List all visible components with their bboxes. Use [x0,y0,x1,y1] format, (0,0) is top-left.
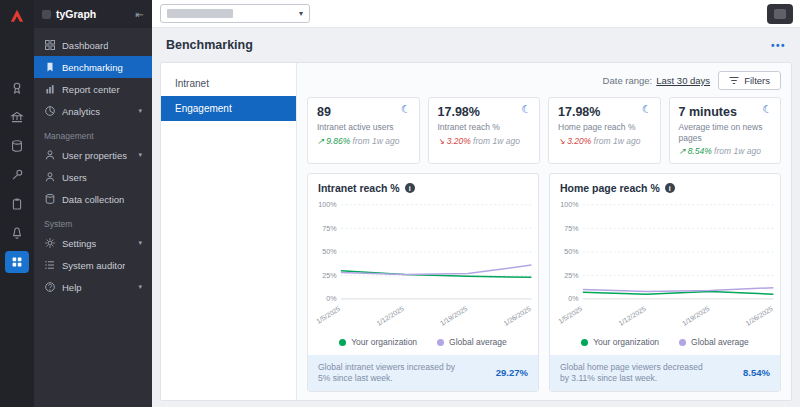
clipboard-icon[interactable] [5,193,29,215]
tab-intranet[interactable]: Intranet [161,71,296,96]
svg-text:0%: 0% [326,296,337,304]
sidebar-item-data-collection[interactable]: Data collection [34,188,152,210]
users-icon [44,171,56,183]
chart-legend: Your organization Global average [308,336,538,354]
medal-icon[interactable] [5,77,29,99]
svg-text:100%: 100% [560,202,579,210]
filter-icon [729,76,739,85]
info-icon[interactable]: i [405,183,415,193]
chart-legend: Your organization Global average [550,336,780,354]
sidebar-item-label: Users [62,172,87,183]
trend-down-icon: ↘ [558,136,565,146]
svg-text:75%: 75% [322,225,337,233]
sidebar-item-label: Analytics [62,106,100,117]
wrench-icon[interactable] [5,164,29,186]
filters-button[interactable]: Filters [718,71,781,90]
svg-text:0%: 0% [568,296,579,304]
more-menu-button[interactable]: ••• [771,40,786,51]
sidebar-section-management: Management [34,122,152,144]
svg-text:100%: 100% [318,202,337,210]
profile-avatar [774,9,786,19]
kpi-value: 7 minutes [679,105,772,119]
main-area: ▾ Benchmarking ••• Intranet Engagement D… [152,0,800,407]
kpi-label: Average time on news pages [679,122,772,143]
trend-up-icon: ↗ [317,136,324,146]
sidebar-item-label: Settings [62,238,96,249]
legend-global-average: Global average [679,337,749,347]
sidebar-item-help[interactable]: Help ▾ [34,276,152,298]
chart-title: Intranet reach % [318,182,400,194]
chart-header: Intranet reach % i [308,174,538,196]
info-icon[interactable]: i [665,183,675,193]
date-range-link[interactable]: Last 30 days [656,75,710,86]
kpi-value: 17.98% [438,105,531,119]
apps-grid-icon[interactable] [5,251,29,273]
dashboard-icon [44,39,56,51]
svg-text:25%: 25% [564,272,579,280]
subnav: Intranet Engagement [161,63,297,400]
tygraph-logo-icon [42,10,51,19]
kpi-row: ☾ 89 Intranet active users ↗9.86% from 1… [307,97,781,164]
sidebar: tyGraph ⇤ Dashboard Benchmarking Report … [34,0,152,407]
sidebar-item-label: Help [62,282,82,293]
svg-text:25%: 25% [322,272,337,280]
collapse-sidebar-icon[interactable]: ⇤ [136,9,144,20]
chart-footer-value: 8.54% [743,367,770,378]
profile-button[interactable] [767,4,793,24]
legend-global-average: Global average [437,337,507,347]
chevron-down-icon: ▾ [299,9,303,18]
sidebar-item-dashboard[interactable]: Dashboard [34,34,152,56]
chart-footer-note: Global home page viewers decreased by 3.… [560,362,711,384]
legend-your-organization: Your organization [581,337,659,347]
sidebar-item-label: User properties [62,150,127,161]
svg-text:1/26/2025: 1/26/2025 [502,305,532,327]
page-header: Benchmarking ••• [152,28,800,62]
chevron-down-icon: ▾ [138,151,142,159]
kpi-label: Intranet reach % [438,122,531,133]
chart-footer: Global home page viewers decreased by 3.… [550,355,780,391]
kpi-trend: ↘3.20% from 1w ago [438,136,531,146]
organization-dropdown[interactable]: ▾ [160,4,310,23]
pie-chart-icon [44,105,56,117]
bell-icon[interactable] [5,222,29,244]
svg-text:1/5/2025: 1/5/2025 [557,305,584,325]
sidebar-item-users[interactable]: Users [34,166,152,188]
sidebar-item-label: Dashboard [62,40,108,51]
sidebar-item-label: Data collection [62,194,124,205]
database-icon [44,193,56,205]
sidebar-item-benchmarking[interactable]: Benchmarking [34,56,152,78]
chart-card-intranet-reach: Intranet reach % i 0%25%50%75%100%1/5/20… [307,173,539,392]
database-icon[interactable] [5,135,29,157]
svg-text:1/19/2025: 1/19/2025 [439,305,469,327]
date-range-label: Date range: [603,75,653,86]
sidebar-item-settings[interactable]: Settings ▾ [34,232,152,254]
chart-header: Home page reach % i [550,174,780,196]
kpi-card-intranet-reach: ☾ 17.98% Intranet reach % ↘3.20% from 1w… [428,97,541,164]
rail-icon-stack [5,77,29,273]
sidebar-item-label: Report center [62,84,120,95]
tab-engagement[interactable]: Engagement [161,96,296,121]
chevron-down-icon: ▾ [138,239,142,247]
legend-dot-icon [679,339,686,346]
gear-icon [44,237,56,249]
sidebar-section-system: System [34,210,152,232]
page-title: Benchmarking [166,38,253,52]
content-panel: Intranet Engagement Date range: Last 30 … [160,62,792,401]
chart-footer-value: 29.27% [496,367,528,378]
sidebar-item-label: Benchmarking [62,62,123,73]
charts-row: Intranet reach % i 0%25%50%75%100%1/5/20… [307,173,781,392]
bank-icon[interactable] [5,106,29,128]
sidebar-item-user-properties[interactable]: User properties ▾ [34,144,152,166]
svg-text:50%: 50% [564,249,579,257]
sidebar-item-analytics[interactable]: Analytics ▾ [34,100,152,122]
trend-down-icon: ↘ [438,136,445,146]
svg-text:1/12/2025: 1/12/2025 [375,305,405,327]
help-icon [44,281,56,293]
sidebar-item-report-center[interactable]: Report center [34,78,152,100]
sidebar-item-system-auditor[interactable]: System auditor [34,254,152,276]
svg-text:50%: 50% [322,249,337,257]
chart-footer: Global intranet viewers increased by 5% … [308,355,538,391]
sidebar-item-label: System auditor [62,260,125,271]
legend-dot-icon [581,339,588,346]
filters-button-label: Filters [744,75,770,86]
